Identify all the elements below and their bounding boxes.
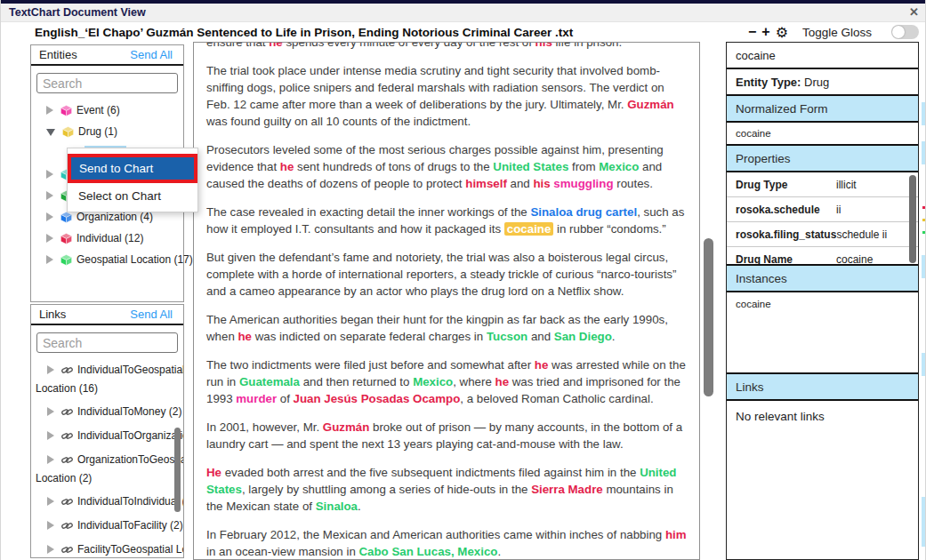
chevron-collapsed-icon[interactable]	[46, 234, 53, 243]
chevron-collapsed-icon[interactable]	[46, 106, 53, 115]
titlebar: TextChart Document View ✕	[1, 4, 926, 22]
links-panel: Links Send All IndividualToGeospatialLoc…	[30, 304, 184, 558]
entity-cube-icon	[60, 212, 72, 223]
entity-mention-individual[interactable]: him	[665, 528, 687, 541]
instances-header[interactable]: Instances	[727, 266, 918, 292]
entity-mention-geo[interactable]: United States	[493, 160, 568, 173]
paragraph: In 2001, however, Mr. Guzmán broke out o…	[206, 419, 687, 452]
entity-mention-individual[interactable]: he	[495, 375, 510, 388]
zoom-in-button[interactable]: +	[761, 24, 769, 40]
entities-send-all-link[interactable]: Send All	[130, 48, 173, 61]
entity-mention-individual[interactable]: his	[535, 42, 552, 49]
zoom-out-button[interactable]: −	[748, 24, 756, 40]
entity-mention-geo[interactable]: San Diego	[554, 330, 612, 343]
entity-tree-item-geospatial-location[interactable]: Geospatial Location (17)	[31, 249, 183, 270]
chevron-expanded-icon[interactable]	[46, 129, 55, 136]
link-type-item[interactable]: IndividualToOrganization (7)	[31, 424, 183, 448]
links-header: Links Send All	[31, 305, 183, 325]
property-name: rosoka.filing_status	[736, 228, 836, 241]
entity-mention-geo[interactable]: Mexico	[599, 160, 639, 173]
entity-tree-label: Geospatial Location (17)	[76, 253, 193, 266]
link-type-item[interactable]: IndividualToGeospatialLocation (16)	[31, 358, 183, 400]
property-value: cocaine	[836, 253, 909, 266]
paragraph: The trial took place under intense media…	[206, 62, 687, 130]
instance-item[interactable]: cocaine	[736, 299, 909, 309]
entities-search-input[interactable]	[36, 73, 178, 93]
entity-mention-individual[interactable]: he	[269, 42, 283, 49]
chevron-collapsed-icon[interactable]	[47, 407, 54, 416]
entity-mention-geo[interactable]: United States	[206, 466, 677, 496]
entity-tree-label: Individual (12)	[76, 232, 143, 244]
link-type-item[interactable]: IndividualToMoney (2)	[31, 400, 183, 424]
entity-mention-drug[interactable]: cocaine	[504, 222, 554, 236]
properties-table: Drug Typeillicitrosoka.scheduleiirosoka.…	[727, 172, 918, 266]
entity-mention-geo[interactable]: Mexico	[413, 375, 453, 388]
chevron-collapsed-icon[interactable]	[47, 497, 54, 506]
gear-icon[interactable]: ⚙	[776, 24, 788, 41]
entity-mention-individual[interactable]: himself	[465, 177, 507, 190]
entity-tree-item-event[interactable]: Event (6)	[31, 100, 183, 121]
entities-header: Entities Send All	[31, 45, 183, 66]
toggle-gloss-switch[interactable]	[891, 25, 919, 39]
links-send-all-link[interactable]: Send All	[130, 308, 173, 321]
links-scrollbar-thumb[interactable]	[174, 428, 181, 512]
link-type-item[interactable]: IndividualToIndividual (11)	[31, 490, 183, 514]
properties-header[interactable]: Properties	[727, 146, 918, 172]
links-search-input[interactable]	[36, 332, 178, 353]
chevron-collapsed-icon[interactable]	[47, 545, 54, 554]
entity-mention-individual[interactable]: Guzmán	[627, 98, 673, 111]
entity-mention-individual[interactable]: He	[206, 466, 221, 479]
property-row: Drug Namecocaine	[727, 247, 918, 266]
link-type-item[interactable]: FacilityToGeospatial Location(1)	[31, 538, 183, 560]
link-type-label: IndividualToFacility (2)	[77, 516, 183, 534]
entity-tree-item-drug[interactable]: Drug (1)	[31, 121, 183, 142]
entity-tree-item-individual[interactable]: Individual (12)	[31, 228, 183, 249]
entity-cube-icon	[60, 105, 72, 116]
annotation-red-frame: Send to Chart	[68, 154, 197, 183]
link-chain-icon	[61, 454, 73, 466]
entity-mention-individual[interactable]: Sierra Madre	[531, 483, 603, 496]
chevron-collapsed-icon[interactable]	[47, 431, 54, 440]
gloss-toolbar: − + ⚙ Toggle Gloss	[748, 23, 919, 41]
entity-mention-individual[interactable]: he	[238, 330, 252, 343]
entity-mention-individual[interactable]: Guzmán	[323, 420, 369, 434]
entity-tree-label: Event (6)	[76, 104, 120, 116]
entity-details-panel: cocaine Entity Type: Drug Normalized For…	[726, 42, 919, 560]
chevron-collapsed-icon[interactable]	[47, 365, 54, 374]
entity-mention-individual[interactable]: he	[535, 358, 549, 372]
link-chain-icon	[61, 406, 73, 418]
entity-mention-individual[interactable]: he	[280, 160, 294, 173]
entity-mention-event[interactable]: smuggling	[553, 177, 613, 190]
chevron-collapsed-icon[interactable]	[46, 212, 53, 221]
chevron-collapsed-icon[interactable]	[46, 191, 53, 200]
entity-mention-geo[interactable]: Cabo San Lucas, Mexico	[358, 545, 497, 558]
entity-mention-geo[interactable]: Sinaloa	[316, 500, 358, 513]
entity-mention-event[interactable]: murder	[236, 392, 277, 405]
chevron-collapsed-icon[interactable]	[47, 521, 54, 530]
link-chain-icon	[61, 496, 73, 508]
entity-mention-individual[interactable]: Juan Jesús Posadas Ocampo	[294, 392, 461, 405]
close-icon[interactable]: ✕	[909, 5, 919, 19]
properties-scrollbar-thumb[interactable]	[909, 175, 916, 263]
chevron-collapsed-icon[interactable]	[46, 170, 53, 179]
details-links-header[interactable]: Links	[727, 374, 918, 401]
link-type-label: IndividualToMoney (2)	[77, 403, 181, 420]
link-chain-icon	[61, 364, 73, 376]
chevron-collapsed-icon[interactable]	[47, 455, 54, 464]
paragraph: But given the defendant’s fame and notor…	[206, 249, 687, 300]
document-scrollbar-thumb[interactable]	[704, 238, 713, 396]
clipped-icon-dot	[922, 206, 925, 209]
menu-item-select-on-chart[interactable]: Select on Chart	[68, 183, 197, 212]
paragraph: The American authorities began their hun…	[206, 311, 687, 345]
entity-mention-geo[interactable]: Tucson	[487, 330, 527, 343]
entity-mention-org[interactable]: Sinaloa drug cartel	[530, 205, 637, 219]
entity-mention-individual[interactable]: his	[533, 177, 550, 190]
normalized-form-header[interactable]: Normalized Form	[727, 96, 918, 123]
link-type-item[interactable]: OrganizationToGeospatialLocation (2)	[31, 448, 183, 490]
document-view: ensure that he spends every minute of ev…	[193, 42, 700, 560]
link-type-item[interactable]: IndividualToFacility (2)	[31, 514, 183, 538]
property-name: Drug Name	[736, 253, 836, 266]
chevron-collapsed-icon[interactable]	[46, 255, 53, 264]
entity-mention-geo[interactable]: Guatemala	[239, 375, 300, 388]
menu-item-send-to-chart[interactable]: Send to Chart	[71, 157, 194, 180]
